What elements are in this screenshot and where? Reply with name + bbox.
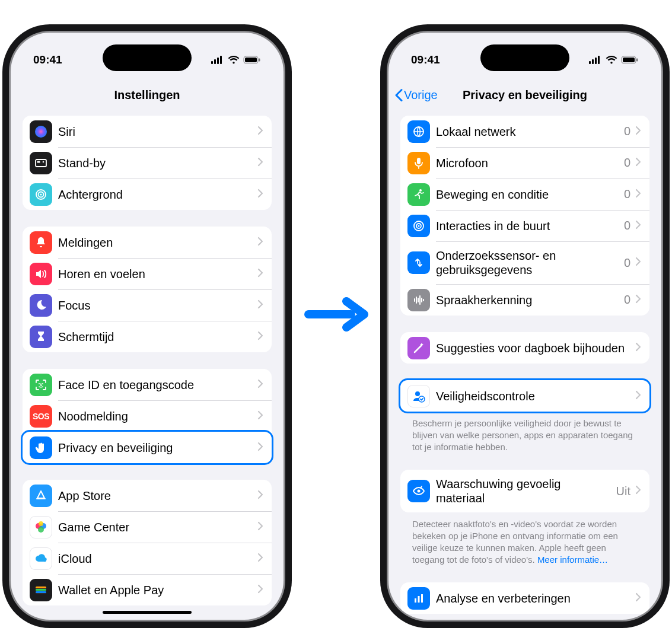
settings-row-speech[interactable]: Spraakherkenning0 (400, 284, 649, 316)
svg-point-35 (419, 189, 422, 192)
more-info-link[interactable]: Meer informatie… (537, 554, 608, 565)
row-label: Face ID en toegangscode (58, 371, 253, 399)
privacy-scroll[interactable]: Lokaal netwerk0Microfoon0Beweging en con… (388, 111, 661, 620)
svg-rect-5 (245, 58, 257, 62)
svg-rect-2 (217, 58, 219, 64)
status-time: 09:41 (411, 53, 440, 66)
cellular-icon (211, 56, 224, 64)
speaker-icon (30, 263, 52, 285)
chevron-right-icon (635, 189, 641, 200)
svg-point-20 (39, 521, 43, 526)
chevron-right-icon (257, 237, 263, 248)
row-label: Meldingen (58, 228, 253, 257)
chevron-right-icon (635, 157, 641, 169)
wifi-icon (228, 56, 240, 64)
arrows-icon (407, 251, 430, 274)
settings-row-nearby[interactable]: Interacties in de buurt0 (400, 210, 649, 241)
settings-row-wallpaper[interactable]: Achtergrond (23, 179, 272, 210)
svg-rect-8 (36, 160, 46, 167)
settings-row-focus[interactable]: Focus (23, 289, 272, 321)
settings-row-privacy[interactable]: Privacy en beveiliging (21, 430, 273, 465)
settings-row-faceid[interactable]: Face ID en toegangscode (23, 369, 272, 400)
home-indicator[interactable] (103, 611, 192, 614)
row-label: Lokaal netwerk (436, 117, 619, 146)
personcheck-icon (407, 385, 430, 407)
moon-icon (30, 294, 52, 317)
wand-icon (407, 337, 430, 359)
settings-row-screentime[interactable]: Schermtijd (23, 321, 272, 352)
chevron-right-icon (635, 390, 641, 402)
svg-rect-34 (417, 158, 421, 164)
svg-point-39 (415, 391, 420, 396)
settings-scroll[interactable]: SiriStand-byAchtergrondMeldingenHoren en… (11, 111, 284, 620)
chevron-right-icon (257, 379, 263, 391)
wallet-icon (30, 579, 52, 601)
row-label: Stand-by (58, 149, 253, 177)
settings-row-safety[interactable]: Veiligheidscontrole (399, 378, 651, 413)
row-value: 0 (624, 125, 630, 138)
nav-back-button[interactable]: Vorige (394, 88, 438, 102)
settings-row-appstore[interactable]: App Store (23, 480, 272, 511)
chevron-right-icon (635, 592, 641, 604)
settings-row-notifications[interactable]: Meldingen (23, 227, 272, 258)
settings-group: Analyse en verbeteringen (400, 582, 649, 614)
runner-icon (407, 183, 430, 206)
settings-row-motion[interactable]: Beweging en conditie0 (400, 179, 649, 210)
settings-group: Suggesties voor dagboek bijhouden (400, 332, 649, 364)
row-value: 0 (624, 187, 630, 201)
svg-rect-0 (211, 61, 213, 64)
row-label: Game Center (58, 513, 253, 541)
row-value: 0 (624, 293, 630, 307)
waveform-icon (407, 289, 430, 311)
settings-row-sensitive[interactable]: Waarschuwing gevoelig materiaalUit (400, 470, 649, 512)
svg-rect-28 (595, 58, 597, 64)
row-label: Beweging en conditie (436, 180, 619, 209)
row-value: 0 (624, 219, 630, 232)
svg-rect-6 (259, 59, 260, 62)
row-label: Wallet en Apple Pay (58, 576, 253, 604)
gamecenter-icon (30, 516, 52, 538)
settings-group: Waarschuwing gevoelig materiaalUit (400, 470, 649, 512)
settings-group: App StoreGame CenteriCloudWallet en Appl… (23, 480, 272, 605)
settings-row-siri[interactable]: Siri (23, 116, 272, 147)
icloud-icon (30, 547, 52, 570)
svg-point-10 (43, 161, 44, 162)
chevron-left-icon (394, 88, 403, 101)
row-label: Focus (58, 291, 253, 320)
appstore-icon (30, 485, 52, 507)
settings-row-mic[interactable]: Microfoon0 (400, 147, 649, 179)
settings-row-sounds[interactable]: Horen en voelen (23, 258, 272, 289)
globe-icon (407, 120, 430, 143)
settings-row-icloud[interactable]: iCloud (23, 543, 272, 574)
row-label: Veiligheidscontrole (436, 382, 630, 410)
settings-row-gamecenter[interactable]: Game Center (23, 511, 272, 543)
settings-group: SiriStand-byAchtergrond (23, 116, 272, 210)
settings-row-research[interactable]: Onderzoekssensor- en gebruiksgegevens0 (400, 241, 649, 284)
settings-row-wallet[interactable]: Wallet en Apple Pay (23, 574, 272, 605)
settings-row-localnet[interactable]: Lokaal netwerk0 (400, 116, 649, 147)
barchart-icon (407, 587, 430, 610)
settings-row-sos[interactable]: SOSNoodmelding (23, 400, 272, 432)
svg-rect-31 (623, 58, 635, 62)
chevron-right-icon (257, 490, 263, 502)
row-label: Suggesties voor dagboek bijhouden (436, 334, 630, 362)
hourglass-icon (30, 326, 52, 348)
faceid-icon (30, 374, 52, 396)
row-label: Waarschuwing gevoelig materiaal (436, 470, 612, 512)
settings-row-journal[interactable]: Suggesties voor dagboek bijhouden (400, 332, 649, 364)
settings-row-standby[interactable]: Stand-by (23, 147, 272, 179)
dynamic-island (480, 44, 569, 71)
row-value: 0 (624, 156, 630, 170)
wallpaper-icon (30, 183, 52, 206)
target-icon (407, 215, 430, 237)
chevron-right-icon (257, 299, 263, 311)
settings-group: Lokaal netwerk0Microfoon0Beweging en con… (400, 116, 649, 316)
chevron-right-icon (635, 485, 641, 497)
row-label: Siri (58, 117, 253, 146)
settings-row-analytics[interactable]: Analyse en verbeteringen (400, 582, 649, 614)
status-time: 09:41 (33, 53, 62, 66)
nav-title: Privacy en beveiliging (463, 88, 587, 102)
svg-point-14 (39, 383, 40, 384)
row-label: Analyse en verbeteringen (436, 584, 630, 613)
row-label: Spraakherkenning (436, 286, 619, 314)
